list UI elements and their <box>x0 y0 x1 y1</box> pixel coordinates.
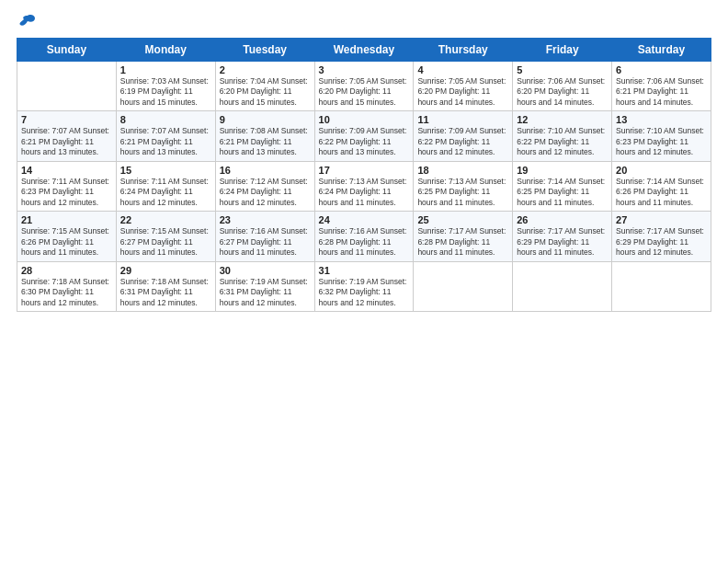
day-number: 21 <box>21 214 112 225</box>
week-row-3: 14Sunrise: 7:11 AM Sunset: 6:23 PM Dayli… <box>17 161 711 211</box>
day-info: Sunrise: 7:07 AM Sunset: 6:21 PM Dayligh… <box>120 126 211 157</box>
day-info: Sunrise: 7:10 AM Sunset: 6:23 PM Dayligh… <box>616 126 707 157</box>
day-number: 11 <box>417 114 508 125</box>
day-info: Sunrise: 7:17 AM Sunset: 6:28 PM Dayligh… <box>417 226 508 258</box>
day-number: 28 <box>21 265 112 276</box>
day-number: 7 <box>21 114 112 125</box>
calendar-cell: 26Sunrise: 7:17 AM Sunset: 6:29 PM Dayli… <box>513 212 612 261</box>
day-info: Sunrise: 7:09 AM Sunset: 6:22 PM Dayligh… <box>319 126 410 157</box>
day-number: 10 <box>319 114 410 125</box>
day-info: Sunrise: 7:03 AM Sunset: 6:19 PM Dayligh… <box>120 76 211 108</box>
calendar-cell: 24Sunrise: 7:16 AM Sunset: 6:28 PM Dayli… <box>314 212 414 261</box>
calendar-cell: 28Sunrise: 7:18 AM Sunset: 6:30 PM Dayli… <box>17 261 117 311</box>
calendar-cell: 25Sunrise: 7:17 AM Sunset: 6:28 PM Dayli… <box>414 212 513 261</box>
day-info: Sunrise: 7:14 AM Sunset: 6:25 PM Dayligh… <box>517 177 608 208</box>
day-info: Sunrise: 7:18 AM Sunset: 6:31 PM Dayligh… <box>120 277 211 308</box>
column-header-sunday: Sunday <box>17 39 117 62</box>
calendar-cell: 11Sunrise: 7:09 AM Sunset: 6:22 PM Dayli… <box>414 111 513 161</box>
day-number: 27 <box>616 214 707 225</box>
day-number: 3 <box>319 64 410 75</box>
day-number: 20 <box>616 165 707 176</box>
calendar-cell: 20Sunrise: 7:14 AM Sunset: 6:26 PM Dayli… <box>612 161 711 211</box>
logo <box>17 14 37 29</box>
day-number: 24 <box>319 214 410 225</box>
calendar-cell: 14Sunrise: 7:11 AM Sunset: 6:23 PM Dayli… <box>17 161 117 211</box>
calendar-cell: 12Sunrise: 7:10 AM Sunset: 6:22 PM Dayli… <box>513 111 612 161</box>
day-number: 23 <box>220 214 311 225</box>
calendar-cell: 5Sunrise: 7:06 AM Sunset: 6:20 PM Daylig… <box>513 62 612 111</box>
day-info: Sunrise: 7:06 AM Sunset: 6:21 PM Dayligh… <box>616 76 707 108</box>
day-info: Sunrise: 7:05 AM Sunset: 6:20 PM Dayligh… <box>319 76 410 108</box>
day-number: 16 <box>220 165 311 176</box>
calendar-cell <box>414 261 513 311</box>
calendar-cell: 27Sunrise: 7:17 AM Sunset: 6:29 PM Dayli… <box>612 212 711 261</box>
header-row: SundayMondayTuesdayWednesdayThursdayFrid… <box>17 39 711 62</box>
calendar-cell: 30Sunrise: 7:19 AM Sunset: 6:31 PM Dayli… <box>215 261 314 311</box>
day-info: Sunrise: 7:14 AM Sunset: 6:26 PM Dayligh… <box>616 177 707 208</box>
calendar-header: SundayMondayTuesdayWednesdayThursdayFrid… <box>17 39 711 62</box>
week-row-5: 28Sunrise: 7:18 AM Sunset: 6:30 PM Dayli… <box>17 261 711 311</box>
day-number: 29 <box>120 265 211 276</box>
day-number: 31 <box>319 265 410 276</box>
day-number: 8 <box>120 114 211 125</box>
day-number: 22 <box>120 214 211 225</box>
day-info: Sunrise: 7:16 AM Sunset: 6:28 PM Dayligh… <box>319 226 410 258</box>
column-header-thursday: Thursday <box>414 39 513 62</box>
calendar-cell: 17Sunrise: 7:13 AM Sunset: 6:24 PM Dayli… <box>314 161 414 211</box>
day-info: Sunrise: 7:15 AM Sunset: 6:26 PM Dayligh… <box>21 226 112 258</box>
calendar-cell: 21Sunrise: 7:15 AM Sunset: 6:26 PM Dayli… <box>17 212 117 261</box>
week-row-1: 1Sunrise: 7:03 AM Sunset: 6:19 PM Daylig… <box>17 62 711 111</box>
calendar-cell: 16Sunrise: 7:12 AM Sunset: 6:24 PM Dayli… <box>215 161 314 211</box>
calendar-cell <box>17 62 117 111</box>
calendar-cell: 18Sunrise: 7:13 AM Sunset: 6:25 PM Dayli… <box>414 161 513 211</box>
calendar-cell: 29Sunrise: 7:18 AM Sunset: 6:31 PM Dayli… <box>116 261 215 311</box>
day-number: 2 <box>220 64 311 75</box>
day-number: 4 <box>417 64 508 75</box>
day-info: Sunrise: 7:18 AM Sunset: 6:30 PM Dayligh… <box>21 277 112 308</box>
day-info: Sunrise: 7:08 AM Sunset: 6:21 PM Dayligh… <box>220 126 311 157</box>
column-header-saturday: Saturday <box>612 39 711 62</box>
column-header-tuesday: Tuesday <box>215 39 314 62</box>
calendar-cell: 15Sunrise: 7:11 AM Sunset: 6:24 PM Dayli… <box>116 161 215 211</box>
day-number: 25 <box>417 214 508 225</box>
day-number: 17 <box>319 165 410 176</box>
calendar-cell: 13Sunrise: 7:10 AM Sunset: 6:23 PM Dayli… <box>612 111 711 161</box>
day-number: 6 <box>616 64 707 75</box>
day-number: 14 <box>21 165 112 176</box>
column-header-wednesday: Wednesday <box>314 39 414 62</box>
calendar-cell: 19Sunrise: 7:14 AM Sunset: 6:25 PM Dayli… <box>513 161 612 211</box>
calendar-cell: 22Sunrise: 7:15 AM Sunset: 6:27 PM Dayli… <box>116 212 215 261</box>
column-header-monday: Monday <box>116 39 215 62</box>
day-number: 18 <box>417 165 508 176</box>
day-info: Sunrise: 7:10 AM Sunset: 6:22 PM Dayligh… <box>517 126 608 157</box>
day-info: Sunrise: 7:12 AM Sunset: 6:24 PM Dayligh… <box>220 177 311 208</box>
day-number: 19 <box>517 165 608 176</box>
calendar-cell: 7Sunrise: 7:07 AM Sunset: 6:21 PM Daylig… <box>17 111 117 161</box>
calendar-body: 1Sunrise: 7:03 AM Sunset: 6:19 PM Daylig… <box>17 62 711 312</box>
week-row-2: 7Sunrise: 7:07 AM Sunset: 6:21 PM Daylig… <box>17 111 711 161</box>
day-number: 30 <box>220 265 311 276</box>
calendar-cell: 10Sunrise: 7:09 AM Sunset: 6:22 PM Dayli… <box>314 111 414 161</box>
day-info: Sunrise: 7:04 AM Sunset: 6:20 PM Dayligh… <box>220 76 311 108</box>
week-row-4: 21Sunrise: 7:15 AM Sunset: 6:26 PM Dayli… <box>17 212 711 261</box>
day-info: Sunrise: 7:19 AM Sunset: 6:31 PM Dayligh… <box>220 277 311 308</box>
calendar-cell: 2Sunrise: 7:04 AM Sunset: 6:20 PM Daylig… <box>215 62 314 111</box>
column-header-friday: Friday <box>513 39 612 62</box>
day-number: 1 <box>120 64 211 75</box>
day-info: Sunrise: 7:09 AM Sunset: 6:22 PM Dayligh… <box>417 126 508 157</box>
day-info: Sunrise: 7:19 AM Sunset: 6:32 PM Dayligh… <box>319 277 410 308</box>
day-number: 13 <box>616 114 707 125</box>
day-info: Sunrise: 7:16 AM Sunset: 6:27 PM Dayligh… <box>220 226 311 258</box>
header <box>17 14 711 29</box>
calendar-cell <box>612 261 711 311</box>
calendar-cell: 6Sunrise: 7:06 AM Sunset: 6:21 PM Daylig… <box>612 62 711 111</box>
day-info: Sunrise: 7:06 AM Sunset: 6:20 PM Dayligh… <box>517 76 608 108</box>
calendar-cell: 1Sunrise: 7:03 AM Sunset: 6:19 PM Daylig… <box>116 62 215 111</box>
day-info: Sunrise: 7:17 AM Sunset: 6:29 PM Dayligh… <box>616 226 707 258</box>
calendar-cell <box>513 261 612 311</box>
calendar-cell: 4Sunrise: 7:05 AM Sunset: 6:20 PM Daylig… <box>414 62 513 111</box>
calendar-cell: 31Sunrise: 7:19 AM Sunset: 6:32 PM Dayli… <box>314 261 414 311</box>
day-number: 12 <box>517 114 608 125</box>
day-number: 9 <box>220 114 311 125</box>
page: SundayMondayTuesdayWednesdayThursdayFrid… <box>0 0 728 563</box>
